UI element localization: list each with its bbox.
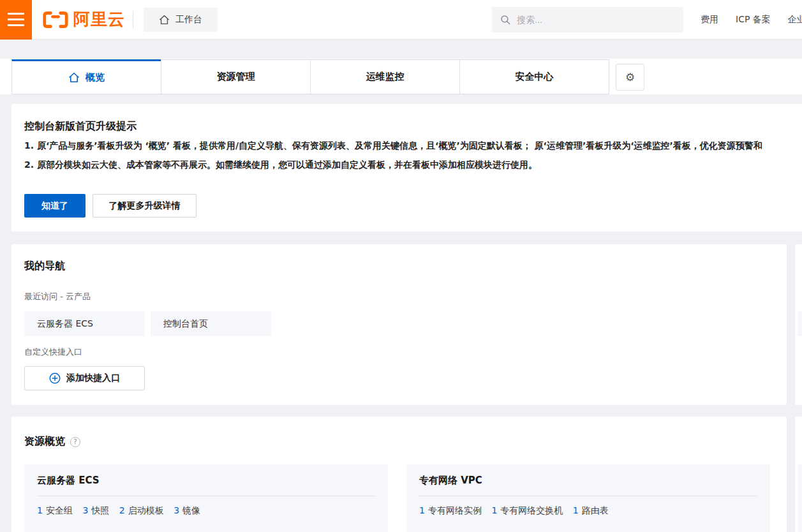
tab-ops-monitoring[interactable]: 运维监控 [310,59,460,94]
notice-confirm-button[interactable]: 知道了 [24,194,85,218]
clipped-chip [798,311,802,336]
custom-shortcut-label: 自定义快捷入口 [24,346,82,358]
clipped-right-card [795,417,802,532]
stat-vswitches[interactable]: 1 专有网络交换机 [491,505,563,517]
notice-more-details-button[interactable]: 了解更多升级详情 [93,194,197,218]
dashboard-tabs: 概览 资源管理 运维监控 安全中心 [11,59,609,94]
my-navigation-title: 我的导航 [24,260,65,273]
panel-divider [419,496,757,496]
tab-label: 运维监控 [366,71,405,83]
help-icon[interactable]: ? [70,437,80,447]
upgrade-notice-card: 控制台新版首页升级提示 1. 原‘产品与服务’看板升级为 ‘概览’ 看板，提供常… [11,104,802,232]
dashboard-settings-button[interactable]: ⚙ [616,64,644,91]
stat-snapshots[interactable]: 3 快照 [82,505,109,517]
topbar-links: 费用 ICP 备案 企业 [701,0,802,40]
tab-overview[interactable]: 概览 [11,59,161,94]
hamburger-menu-button[interactable] [0,0,32,40]
notice-title: 控制台新版首页升级提示 [24,120,137,133]
hamburger-icon [8,13,24,15]
plus-circle-icon [49,373,61,384]
home-icon [159,15,170,25]
workbench-button[interactable]: 工作台 [144,8,218,32]
stat-launch-templates[interactable]: 2 启动模板 [119,505,164,517]
tab-label: 资源管理 [217,71,255,83]
vpc-panel-stats: 1 专有网络实例 1 专有网络交换机 1 路由表 [419,505,616,517]
workbench-label: 工作台 [175,14,202,26]
clipped-right-card [795,244,802,405]
ecs-panel-title[interactable]: 云服务器 ECS [37,475,100,487]
notice-line-1: 1. 原‘产品与服务’看板升级为 ‘概览’ 看板，提供常用/自定义导航、保有资源… [24,140,802,152]
console-homepage: 阿里云 工作台 费用 ICP 备案 企业 概览 [0,0,802,532]
notice-line-2: 2. 原部分模块如云大使、成本管家等不再展示。如需继续使用，您可以通过添加自定义… [24,159,802,171]
tab-security-center[interactable]: 安全中心 [459,59,609,94]
add-shortcut-label: 添加快捷入口 [66,373,120,384]
vpc-panel-title[interactable]: 专有网络 VPC [419,475,482,487]
ecs-resource-panel: 云服务器 ECS 1 安全组 3 快照 2 启动模板 3 镜像 [24,464,388,532]
panel-divider [37,496,375,496]
vpc-resource-panel: 专有网络 VPC 1 专有网络实例 1 专有网络交换机 1 路由表 [406,464,770,532]
my-navigation-card: 我的导航 最近访问 - 云产品 云服务器 ECS 控制台首页 自定义快捷入口 添… [11,244,787,405]
recent-item-console-home[interactable]: 控制台首页 [151,311,271,336]
top-bar: 阿里云 工作台 费用 ICP 备案 企业 [0,0,802,40]
alibaba-cloud-logo[interactable]: 阿里云 [42,8,125,31]
stat-route-tables[interactable]: 1 路由表 [573,505,609,517]
resource-overview-title: 资源概览 ? [24,435,80,448]
topbar-link-icp[interactable]: ICP 备案 [736,14,771,26]
gear-icon: ⚙ [625,71,635,84]
home-icon [68,72,80,83]
search-box[interactable] [492,7,683,33]
stat-security-groups[interactable]: 1 安全组 [37,505,73,517]
tab-label: 概览 [85,71,105,84]
search-input[interactable] [517,15,675,25]
ecs-panel-stats: 1 安全组 3 快照 2 启动模板 3 镜像 [37,505,207,517]
search-icon [500,14,510,26]
stat-images[interactable]: 3 镜像 [174,505,200,517]
tab-label: 安全中心 [516,71,554,83]
recent-visits-label: 最近访问 - 云产品 [24,291,91,302]
topbar-divider [133,11,133,29]
resource-overview-card: 资源概览 ? 云服务器 ECS 1 安全组 3 快照 2 启动模板 [11,417,787,532]
topbar-link-billing[interactable]: 费用 [701,14,718,26]
clipped-panel [798,464,802,532]
recent-item-ecs[interactable]: 云服务器 ECS [24,311,145,336]
add-shortcut-button[interactable]: 添加快捷入口 [24,366,145,390]
stat-vpc-instances[interactable]: 1 专有网络实例 [419,505,482,517]
logo-text: 阿里云 [73,8,125,31]
alibaba-cloud-brackets-icon [42,10,69,29]
topbar-link-enterprise[interactable]: 企业 [788,14,802,26]
tab-resource-management[interactable]: 资源管理 [161,59,311,94]
